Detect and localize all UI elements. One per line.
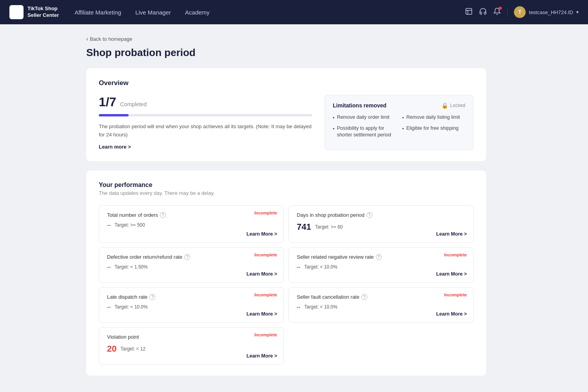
navbar: TikTok Shop Seller Center Affiliate Mark…: [0, 0, 588, 24]
metric-value-row-cancellation-rate: -- Target: < 10.0%: [297, 304, 465, 310]
nav-affiliate-marketing[interactable]: Affiliate Marketing: [74, 7, 121, 17]
learn-more-total-orders[interactable]: Learn More >: [247, 231, 277, 237]
limitations-grid: • Remove daily order limit • Remove dail…: [333, 114, 465, 139]
info-icon-total-orders[interactable]: ?: [160, 212, 166, 218]
metric-negative-review: Incomplete Seller related negative revie…: [289, 247, 474, 283]
learn-more-defective-rate[interactable]: Learn More >: [247, 271, 277, 277]
page-title: Shop probation period: [86, 47, 486, 59]
status-badge-defective-rate: Incomplete: [254, 252, 277, 257]
user-menu[interactable]: T testcase_HH724.ID ▾: [514, 6, 579, 18]
progress-label: Completed: [120, 101, 147, 107]
metric-value-row-negative-review: -- Target: < 10.0%: [297, 264, 465, 270]
metric-name-negative-review: Seller related negative review rate ?: [297, 254, 465, 260]
learn-more-cancellation-rate[interactable]: Learn More >: [436, 311, 467, 317]
nav-links: Affiliate Marketing Live Manager Academy: [74, 7, 465, 17]
locked-badge: 🔒 Locked: [441, 102, 465, 109]
metric-value-row-violation-point: 20 Target: < 12: [107, 344, 276, 354]
metric-value-row-days-probation: 741 Target: >= 60: [297, 222, 465, 232]
tiktok-logo-icon: [9, 5, 24, 19]
limitations-box: Limitations removed 🔒 Locked • Remove da…: [325, 95, 474, 150]
chevron-down-icon: ▾: [576, 9, 579, 15]
logo[interactable]: TikTok Shop Seller Center: [9, 5, 59, 19]
notification-dot: [499, 7, 502, 10]
metric-name-late-dispatch: Late dispatch rate ?: [107, 294, 276, 300]
info-icon-late-dispatch[interactable]: ?: [149, 294, 155, 300]
overview-description: The probation period will end when your …: [99, 123, 312, 139]
status-badge-violation-point: Incomplete: [254, 332, 277, 337]
metric-target-negative-review: Target: < 10.0%: [304, 264, 337, 270]
performance-title: Your performance: [99, 181, 474, 189]
metric-name-days-probation: Days in shop probation period ?: [297, 212, 465, 218]
progress-fraction: 1/7 Completed: [99, 95, 312, 109]
metric-value-row-total-orders: -- Target: >= 500: [107, 222, 276, 228]
progress-number: 1/7: [99, 95, 116, 109]
metric-value-row-defective-rate: -- Target: < 1.50%: [107, 264, 276, 270]
logo-text: TikTok Shop Seller Center: [27, 5, 59, 19]
metric-defective-rate: Incomplete Defective order return/refund…: [99, 247, 284, 283]
info-icon-days-probation[interactable]: ?: [367, 212, 372, 218]
overview-title: Overview: [99, 79, 474, 87]
learn-more-late-dispatch[interactable]: Learn More >: [247, 311, 277, 317]
metric-name-cancellation-rate: Seller fault cancellation rate ?: [297, 294, 465, 300]
metric-target-violation-point: Target: < 12: [120, 346, 145, 352]
lock-icon: 🔒: [441, 102, 448, 109]
metric-value-violation-point: 20: [107, 344, 116, 354]
learn-more-negative-review[interactable]: Learn More >: [436, 271, 467, 277]
overview-card: Overview 1/7 Completed The probation per…: [86, 68, 486, 161]
overview-body: 1/7 Completed The probation period will …: [99, 95, 474, 150]
info-icon-negative-review[interactable]: ?: [376, 254, 382, 260]
shop-icon[interactable]: [465, 7, 473, 17]
svg-rect-0: [466, 8, 472, 14]
limitations-title: Limitations removed: [333, 102, 387, 109]
limitation-item-1: • Remove daily order limit: [333, 114, 396, 122]
metric-target-late-dispatch: Target: < 10.0%: [114, 304, 147, 310]
metric-value-cancellation-rate: --: [297, 304, 300, 310]
metric-value-row-late-dispatch: -- Target: < 10.0%: [107, 304, 276, 310]
metric-target-cancellation-rate: Target: < 10.0%: [304, 304, 337, 310]
navbar-divider: [507, 7, 508, 17]
bullet-3: •: [333, 126, 334, 133]
bullet-1: •: [333, 115, 334, 122]
metric-name-violation-point: Violation point: [107, 334, 276, 340]
metric-value-days-probation: 741: [297, 222, 311, 232]
metric-cancellation-rate: Incomplete Seller fault cancellation rat…: [289, 287, 474, 323]
progress-bar-track: [99, 114, 312, 116]
metric-value-negative-review: --: [297, 264, 300, 270]
metric-violation-point: Incomplete Violation point 20 Target: < …: [99, 327, 284, 365]
progress-bar-fill: [99, 114, 129, 116]
notification-icon[interactable]: [493, 7, 501, 17]
nav-live-manager[interactable]: Live Manager: [135, 7, 171, 17]
headset-icon[interactable]: [479, 7, 487, 17]
performance-subtitle: The data updates every day. There may be…: [99, 190, 474, 196]
overview-learn-more[interactable]: Learn more >: [99, 144, 131, 150]
metric-days-probation: Days in shop probation period ? 741 Targ…: [289, 205, 474, 243]
metric-name-total-orders: Total number of orders ?: [107, 212, 276, 218]
metric-value-defective-rate: --: [107, 264, 111, 270]
limitation-item-4: • Eligible for free shipping: [402, 125, 465, 139]
status-badge-late-dispatch: Incomplete: [254, 292, 277, 297]
learn-more-days-probation[interactable]: Learn More >: [436, 231, 467, 237]
user-avatar: T: [514, 6, 526, 18]
performance-section: Your performance The data updates every …: [86, 171, 486, 376]
limitations-header: Limitations removed 🔒 Locked: [333, 102, 465, 109]
breadcrumb[interactable]: Back to homepage: [86, 35, 486, 42]
limitation-item-3: • Possibility to apply for shorter settl…: [333, 125, 396, 139]
learn-more-violation-point[interactable]: Learn More >: [247, 353, 277, 359]
info-icon-defective-rate[interactable]: ?: [184, 254, 190, 260]
overview-left: 1/7 Completed The probation period will …: [99, 95, 312, 150]
metric-target-defective-rate: Target: < 1.50%: [114, 264, 147, 270]
metric-target-days-probation: Target: >= 60: [315, 224, 343, 230]
metrics-grid: Incomplete Total number of orders ? -- T…: [99, 205, 474, 365]
metric-late-dispatch: Incomplete Late dispatch rate ? -- Targe…: [99, 287, 284, 323]
bullet-4: •: [402, 126, 404, 133]
main-content: Back to homepage Shop probation period O…: [0, 0, 510, 392]
limitation-item-2: • Remove daily listing limit: [402, 114, 465, 122]
nav-academy[interactable]: Academy: [185, 7, 210, 17]
metric-total-orders: Incomplete Total number of orders ? -- T…: [99, 205, 284, 243]
info-icon-cancellation-rate[interactable]: ?: [361, 294, 367, 300]
locked-label: Locked: [450, 103, 465, 108]
metric-value-total-orders: --: [107, 222, 111, 228]
username: testcase_HH724.ID: [529, 9, 573, 15]
status-badge-negative-review: Incomplete: [444, 252, 467, 257]
metric-value-late-dispatch: --: [107, 304, 111, 310]
